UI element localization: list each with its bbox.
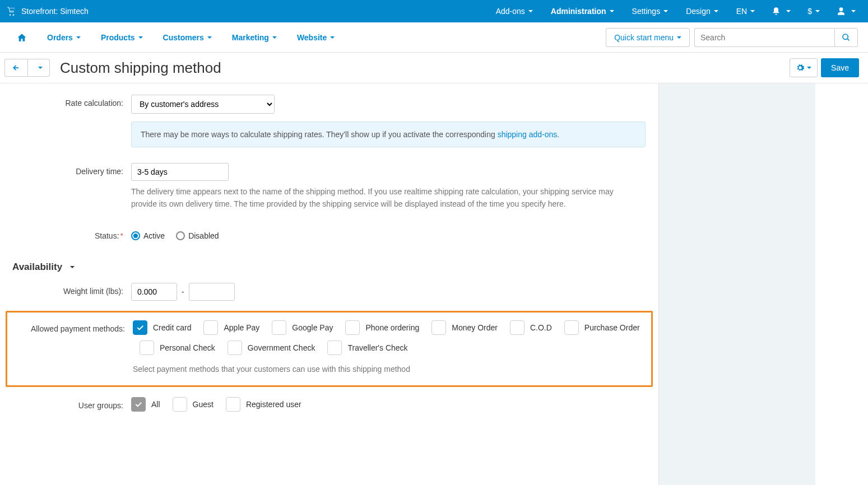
status-disabled-radio[interactable]: Disabled: [176, 231, 219, 240]
checkbox-checked-icon: [133, 320, 147, 335]
checkbox-unchecked-icon: [140, 341, 154, 355]
storefront-label[interactable]: Storefront: Simtech: [7, 7, 89, 16]
topmenu-design[interactable]: Design: [679, 0, 725, 22]
topmenu-addons[interactable]: Add-ons: [489, 0, 540, 22]
pm-government-check[interactable]: Government Check: [228, 341, 315, 355]
arrow-left-icon: [12, 64, 21, 72]
page-title: Custom shipping method: [60, 59, 221, 77]
checkbox-unchecked-icon: [431, 320, 446, 335]
weight-to-input[interactable]: [189, 283, 235, 301]
right-panel: [658, 83, 815, 485]
search-icon: [842, 33, 851, 42]
svg-line-1: [847, 39, 849, 40]
topmenu-currency[interactable]: $: [801, 0, 827, 22]
pm-travellers-check[interactable]: Traveller's Check: [327, 341, 407, 355]
topmenu-lang[interactable]: EN: [730, 0, 762, 22]
nav-customers[interactable]: Customers: [153, 22, 222, 53]
rate-calc-label: Rate calculation:: [6, 95, 131, 108]
pm-phone-ordering[interactable]: Phone ordering: [345, 320, 419, 335]
checkbox-unchecked-icon: [327, 341, 342, 355]
payment-methods-highlight: Allowed payment methods: Credit card App…: [6, 311, 653, 387]
svg-point-0: [843, 34, 848, 39]
delivery-time-input[interactable]: [131, 163, 229, 181]
cart-icon: [7, 7, 16, 16]
pm-money-order[interactable]: Money Order: [431, 320, 498, 335]
home-icon: [17, 32, 27, 43]
topmenu-settings[interactable]: Settings: [625, 0, 675, 22]
pm-cod[interactable]: C.O.D: [510, 320, 552, 335]
weight-limit-label: Weight limit (lbs):: [6, 283, 131, 296]
checkbox-unchecked-icon: [226, 397, 240, 412]
rate-calc-info: There may be more ways to calculate ship…: [131, 122, 646, 147]
search-input[interactable]: [694, 28, 834, 47]
weight-from-input[interactable]: [131, 283, 177, 301]
pm-purchase-order[interactable]: Purchase Order: [564, 320, 640, 335]
checkbox-unchecked-icon: [345, 320, 360, 335]
ug-guest[interactable]: Guest: [173, 397, 213, 412]
pm-google-pay[interactable]: Google Pay: [272, 320, 333, 335]
save-button[interactable]: Save: [821, 58, 859, 77]
nav-marketing[interactable]: Marketing: [222, 22, 287, 53]
status-label: Status:*: [6, 227, 131, 240]
gear-icon: [796, 63, 805, 72]
status-active-radio[interactable]: Active: [131, 231, 165, 240]
storefront-text: Storefront: Simtech: [21, 7, 89, 16]
settings-button[interactable]: [790, 58, 818, 77]
payment-methods-hint: Select payment methods that your custome…: [133, 363, 643, 375]
checkbox-unchecked-icon: [510, 320, 524, 335]
delivery-time-label: Delivery time:: [6, 163, 131, 176]
search-button[interactable]: [834, 28, 858, 47]
back-button[interactable]: [4, 59, 27, 77]
nav-website[interactable]: Website: [287, 22, 345, 53]
rate-calc-select[interactable]: By customer's address: [131, 95, 275, 114]
ug-registered[interactable]: Registered user: [226, 397, 301, 412]
radio-unchecked-icon: [176, 231, 185, 240]
nav-orders[interactable]: Orders: [37, 22, 91, 53]
radio-checked-icon: [131, 231, 140, 240]
user-groups-label: User groups:: [6, 397, 131, 410]
ug-all[interactable]: All: [131, 397, 160, 412]
checkbox-checked-icon: [131, 397, 146, 412]
back-dropdown[interactable]: [27, 59, 50, 77]
user-icon[interactable]: [831, 0, 861, 22]
availability-section-toggle[interactable]: Availability: [6, 250, 653, 283]
chevron-down-icon: [70, 266, 75, 268]
checkbox-unchecked-icon: [564, 320, 579, 335]
topmenu-administration[interactable]: Administration: [544, 0, 621, 22]
pm-credit-card[interactable]: Credit card: [133, 320, 191, 335]
checkbox-unchecked-icon: [203, 320, 218, 335]
delivery-time-hint: The delivery time appears next to the na…: [131, 185, 641, 211]
nav-products[interactable]: Products: [91, 22, 153, 53]
checkbox-unchecked-icon: [228, 341, 242, 355]
checkbox-unchecked-icon: [272, 320, 286, 335]
quick-start-menu[interactable]: Quick start menu: [606, 28, 690, 47]
payment-methods-label: Allowed payment methods:: [13, 320, 133, 333]
nav-home[interactable]: [7, 22, 37, 53]
checkbox-unchecked-icon: [173, 397, 187, 412]
weight-sep: -: [182, 287, 184, 296]
pm-personal-check[interactable]: Personal Check: [140, 341, 215, 355]
pm-apple-pay[interactable]: Apple Pay: [203, 320, 259, 335]
shipping-addons-link[interactable]: shipping add-ons: [498, 130, 558, 139]
notifications-icon[interactable]: [766, 0, 796, 22]
